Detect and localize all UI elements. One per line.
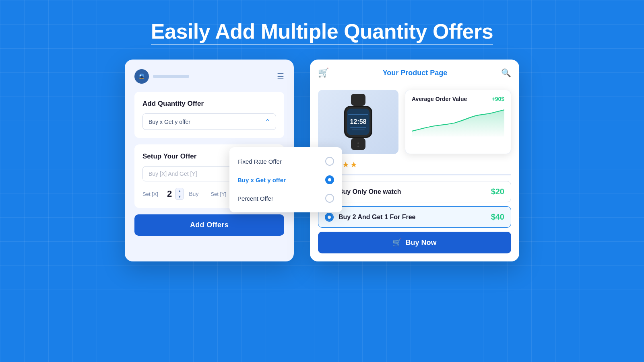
svg-rect-9 [348, 114, 368, 115]
panel-header: ☰ [134, 69, 284, 84]
aov-chart [412, 106, 504, 138]
set-x-group: 2 ▲ ▼ Buy [167, 188, 198, 200]
fixed-rate-label: Fixed Rate Offer [237, 158, 282, 165]
product-page-title: Your Product Page [383, 69, 448, 77]
hamburger-icon[interactable]: ☰ [277, 72, 284, 81]
buy-now-label: Buy Now [405, 239, 436, 247]
svg-rect-5 [351, 94, 365, 106]
offer-type-dropdown-menu: Fixed Rate Offer Buy x Get y offer Perce… [229, 147, 342, 212]
cart-icon: 🛒 [318, 68, 329, 78]
percent-offer-label: Percent Offer [237, 195, 273, 202]
percent-offer-radio[interactable] [325, 194, 334, 203]
offer-left-bundle: Buy 2 And Get 1 For Free [325, 213, 415, 222]
aov-value: +90$ [491, 96, 504, 102]
svg-rect-12 [352, 130, 365, 130]
svg-point-14 [357, 146, 359, 147]
add-quantity-title: Add Quantity Offer [142, 100, 276, 108]
aov-title: Average Order Value [412, 96, 467, 102]
main-heading: Easily Add Multiple Quantity Offers [0, 19, 644, 43]
dropdown-item-buy-x-get-y[interactable]: Buy x Get y offer [229, 171, 342, 189]
panels-container: ☰ Add Quantity Offer Buy x Get y offer ⌃… [0, 60, 644, 261]
set-x-label: Set [X] [142, 191, 158, 197]
product-page-header: 🛒 Your Product Page 🔍 [318, 68, 511, 83]
svg-point-3 [140, 76, 143, 78]
svg-point-15 [357, 142, 359, 144]
product-stars: ★★★★★ [318, 160, 511, 169]
divider [318, 174, 511, 175]
svg-text:12:58: 12:58 [350, 118, 367, 125]
buy-now-button[interactable]: 🛒 Buy Now [318, 232, 511, 253]
product-image-box: 12:58 [318, 90, 398, 154]
add-offers-button[interactable]: Add Offers [134, 214, 284, 236]
set-y-label: Set [Y] [211, 191, 226, 197]
bundle-watch-radio[interactable] [325, 213, 334, 222]
dropdown-selected-value: Buy x Get y offer [149, 119, 190, 125]
watch-image: 12:58 [334, 92, 382, 152]
bundle-watch-label: Buy 2 And Get 1 For Free [339, 214, 415, 221]
single-watch-label: Buy Only One watch [339, 188, 401, 195]
product-area: 12:58 Average Order Value +90$ [318, 90, 511, 154]
set-x-action-label: Buy [189, 191, 198, 197]
svg-point-2 [140, 75, 141, 76]
dropdown-item-fixed-rate[interactable]: Fixed Rate Offer [229, 152, 342, 171]
dropdown-item-percent-offer[interactable]: Percent Offer [229, 189, 342, 208]
buy-x-get-y-radio[interactable] [325, 175, 334, 184]
left-panel: ☰ Add Quantity Offer Buy x Get y offer ⌃… [125, 60, 294, 261]
aov-card: Average Order Value +90$ [405, 90, 511, 154]
logo-bar [153, 75, 189, 78]
offer-option-single[interactable]: Buy Only One watch $20 [318, 181, 511, 202]
radio-inner-dot [328, 178, 331, 181]
set-x-increment[interactable]: ▲ [175, 188, 184, 194]
buy-now-cart-icon: 🛒 [392, 238, 401, 247]
offer-type-dropdown[interactable]: Buy x Get y offer ⌃ [142, 113, 276, 130]
single-watch-price: $20 [491, 187, 504, 196]
logo-icon [134, 69, 149, 84]
fixed-rate-radio[interactable] [325, 157, 334, 166]
offer-option-bundle[interactable]: Buy 2 And Get 1 For Free $40 [318, 206, 511, 228]
add-quantity-section: Add Quantity Offer Buy x Get y offer ⌃ [134, 92, 284, 138]
svg-rect-11 [350, 127, 366, 128]
heading-part1: Easily Add Multiple [151, 20, 344, 45]
set-x-stepper[interactable]: ▲ ▼ [175, 188, 184, 200]
aov-header: Average Order Value +90$ [412, 96, 504, 102]
search-icon[interactable]: 🔍 [501, 68, 511, 78]
set-x-value: 2 [167, 189, 172, 199]
page-title-section: Easily Add Multiple Quantity Offers [0, 0, 644, 60]
chart-svg [412, 106, 504, 138]
heading-highlight: Quantity Offers [344, 20, 493, 45]
logo-area [134, 69, 189, 84]
chevron-up-icon: ⌃ [265, 118, 270, 125]
bundle-watch-price: $40 [491, 212, 504, 222]
set-x-decrement[interactable]: ▼ [175, 194, 184, 200]
buy-x-get-y-label: Buy x Get y offer [237, 177, 286, 183]
